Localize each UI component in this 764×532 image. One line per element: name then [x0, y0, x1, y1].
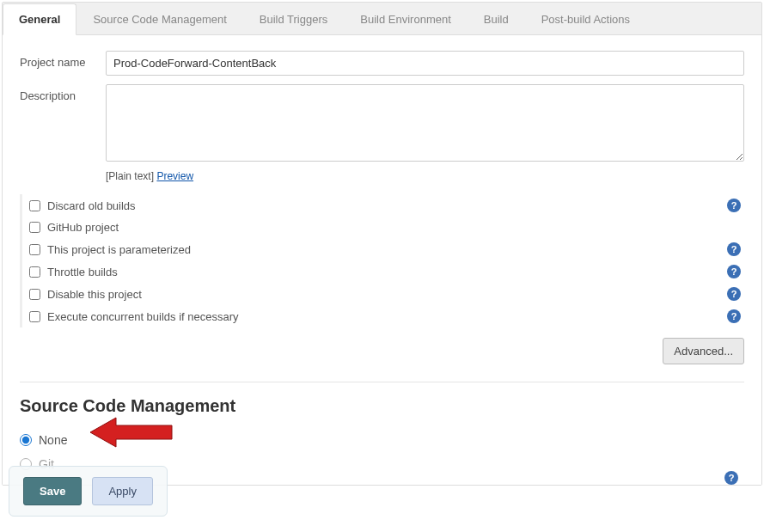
help-icon[interactable]: ?: [727, 309, 741, 323]
tab-build-triggers[interactable]: Build Triggers: [243, 3, 344, 35]
option-github-project: GitHub project: [22, 217, 744, 238]
tab-build[interactable]: Build: [468, 3, 525, 35]
help-icon[interactable]: ?: [727, 242, 741, 256]
checkbox-concurrent-builds[interactable]: [29, 311, 40, 322]
apply-button[interactable]: Apply: [92, 477, 153, 505]
option-disable-project: Disable this project ?: [22, 283, 744, 305]
tab-build-environment[interactable]: Build Environment: [344, 3, 468, 35]
label-github-project: GitHub project: [47, 221, 744, 234]
config-panel: General Source Code Management Build Tri…: [2, 2, 762, 486]
option-parameterized: This project is parameterized ?: [22, 238, 744, 260]
tab-content: Project name Description [Plain text] Pr…: [3, 35, 761, 485]
project-name-row: Project name: [20, 51, 744, 76]
label-concurrent-builds: Execute concurrent builds if necessary: [47, 310, 727, 323]
preview-link[interactable]: Preview: [156, 170, 193, 182]
option-discard-old-builds: Discard old builds ?: [22, 194, 744, 217]
option-concurrent-builds: Execute concurrent builds if necessary ?: [22, 305, 744, 327]
help-icon[interactable]: ?: [727, 287, 741, 301]
checkbox-parameterized[interactable]: [29, 244, 40, 255]
label-parameterized: This project is parameterized: [47, 243, 727, 256]
tab-general[interactable]: General: [3, 3, 76, 35]
project-name-input[interactable]: [106, 51, 744, 76]
label-throttle-builds: Throttle builds: [47, 266, 727, 278]
description-row: Description: [20, 84, 744, 162]
description-hint: [Plain text] Preview: [106, 170, 744, 182]
save-button[interactable]: Save: [23, 477, 82, 505]
tab-bar: General Source Code Management Build Tri…: [3, 3, 761, 35]
label-discard-old-builds: Discard old builds: [47, 199, 727, 212]
footer-buttons: Save Apply: [9, 466, 168, 517]
divider: [20, 382, 744, 382]
help-icon[interactable]: ?: [727, 199, 741, 212]
checkbox-discard-old-builds[interactable]: [29, 200, 40, 211]
option-throttle-builds: Throttle builds ?: [22, 260, 744, 283]
label-disable-project: Disable this project: [47, 288, 727, 301]
option-list: Discard old builds ? GitHub project This…: [20, 194, 744, 327]
description-input[interactable]: [106, 84, 744, 162]
advanced-button[interactable]: Advanced...: [663, 338, 744, 364]
help-icon[interactable]: ?: [724, 471, 738, 485]
scm-section-title: Source Code Management: [20, 396, 744, 416]
checkbox-throttle-builds[interactable]: [29, 266, 40, 278]
help-icon[interactable]: ?: [727, 265, 741, 278]
plain-text-label: [Plain text]: [106, 170, 154, 182]
description-label: Description: [20, 84, 106, 102]
tab-scm[interactable]: Source Code Management: [76, 3, 242, 35]
project-name-label: Project name: [20, 51, 106, 69]
label-scm-none: None: [39, 433, 67, 447]
scm-option-none: None: [20, 428, 744, 452]
advanced-row: Advanced...: [20, 327, 744, 364]
checkbox-github-project[interactable]: [29, 222, 40, 233]
checkbox-disable-project[interactable]: [29, 289, 40, 300]
tab-post-build[interactable]: Post-build Actions: [525, 3, 646, 35]
radio-scm-none[interactable]: [20, 434, 32, 446]
